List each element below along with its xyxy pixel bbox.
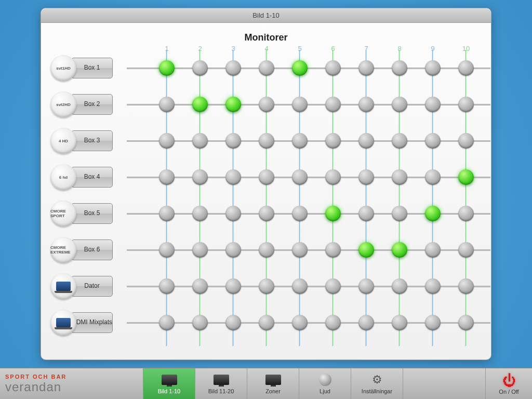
route-node[interactable] (458, 242, 474, 258)
route-node[interactable] (458, 315, 474, 330)
route-node[interactable] (425, 133, 441, 149)
route-node[interactable] (192, 278, 208, 294)
route-node[interactable] (225, 97, 241, 112)
route-node[interactable] (325, 242, 341, 258)
route-node[interactable] (425, 206, 441, 221)
route-node[interactable] (159, 169, 175, 185)
channel-badge: svt2HD (50, 91, 76, 117)
route-node[interactable] (225, 60, 241, 76)
route-node[interactable] (392, 60, 407, 76)
power-icon: ⏻ (502, 373, 516, 389)
source-button[interactable]: Box 4 (71, 167, 113, 188)
route-node[interactable] (358, 60, 374, 76)
route-node[interactable] (159, 315, 175, 330)
source-button[interactable]: Box 2 (71, 94, 113, 115)
route-node[interactable] (192, 206, 208, 221)
route-node[interactable] (259, 133, 274, 149)
route-node[interactable] (225, 169, 241, 185)
source-button[interactable]: HDMI Mixplats (71, 312, 113, 333)
route-node[interactable] (259, 278, 274, 294)
route-node[interactable] (325, 133, 341, 149)
route-node[interactable] (392, 133, 407, 149)
route-node[interactable] (458, 97, 474, 112)
route-node[interactable] (225, 206, 241, 221)
route-node[interactable] (358, 133, 374, 149)
logo-name: verandan (5, 380, 143, 394)
route-node[interactable] (358, 242, 374, 258)
source-button[interactable]: Dator (71, 276, 113, 297)
route-node[interactable] (159, 278, 175, 294)
route-node[interactable] (458, 169, 474, 185)
route-node[interactable] (358, 278, 374, 294)
route-node[interactable] (392, 315, 407, 330)
route-node[interactable] (159, 60, 175, 76)
route-node[interactable] (325, 169, 341, 185)
route-node[interactable] (458, 206, 474, 221)
nav-inst-llningar[interactable]: ⚙Inställningar (351, 368, 403, 399)
route-node[interactable] (292, 97, 308, 112)
route-node[interactable] (292, 169, 308, 185)
route-node[interactable] (159, 206, 175, 221)
route-node[interactable] (259, 315, 274, 330)
route-node[interactable] (325, 206, 341, 221)
nav-bild-1-10[interactable]: Bild 1-10 (143, 368, 195, 399)
route-node[interactable] (192, 169, 208, 185)
nav-bild-11-20[interactable]: Bild 11-20 (195, 368, 247, 399)
route-node[interactable] (358, 206, 374, 221)
route-node[interactable] (192, 242, 208, 258)
route-node[interactable] (159, 97, 175, 112)
route-node[interactable] (159, 242, 175, 258)
route-node[interactable] (192, 315, 208, 330)
route-node[interactable] (325, 97, 341, 112)
route-node[interactable] (392, 278, 407, 294)
route-node[interactable] (259, 60, 274, 76)
route-node[interactable] (225, 278, 241, 294)
route-node[interactable] (458, 60, 474, 76)
route-node[interactable] (458, 278, 474, 294)
route-node[interactable] (392, 242, 407, 258)
route-node[interactable] (292, 133, 308, 149)
route-node[interactable] (192, 60, 208, 76)
source-button[interactable]: Box 5 (71, 203, 113, 224)
power-button[interactable]: ⏻ On / Off (485, 368, 532, 399)
route-node[interactable] (425, 315, 441, 330)
nav-label: Zoner (265, 388, 281, 394)
route-node[interactable] (392, 97, 407, 112)
route-node[interactable] (292, 60, 308, 76)
route-node[interactable] (425, 169, 441, 185)
route-node[interactable] (259, 169, 274, 185)
route-node[interactable] (292, 278, 308, 294)
navbar-spacer (403, 368, 485, 399)
route-node[interactable] (425, 278, 441, 294)
route-node[interactable] (325, 315, 341, 330)
source-button[interactable]: Box 6 (71, 240, 113, 260)
route-node[interactable] (192, 97, 208, 112)
route-node[interactable] (358, 315, 374, 330)
route-node[interactable] (192, 133, 208, 149)
route-node[interactable] (425, 60, 441, 76)
source-button[interactable]: Box 1 (71, 58, 113, 78)
route-node[interactable] (392, 169, 407, 185)
route-node[interactable] (325, 60, 341, 76)
nav-zoner[interactable]: Zoner (247, 368, 299, 399)
source-button[interactable]: Box 3 (71, 130, 113, 151)
route-node[interactable] (358, 169, 374, 185)
route-node[interactable] (292, 315, 308, 330)
route-node[interactable] (425, 242, 441, 258)
route-node[interactable] (259, 206, 274, 221)
route-node[interactable] (259, 97, 274, 112)
route-node[interactable] (325, 278, 341, 294)
route-node[interactable] (225, 242, 241, 258)
route-node[interactable] (259, 242, 274, 258)
route-node[interactable] (292, 242, 308, 258)
route-node[interactable] (159, 133, 175, 149)
route-node[interactable] (458, 133, 474, 149)
route-node[interactable] (292, 206, 308, 221)
route-node[interactable] (225, 133, 241, 149)
route-node[interactable] (392, 206, 407, 221)
venue-logo: SPORT OCH BAR verandan (0, 368, 143, 399)
nav-ljud[interactable]: Ljud (299, 368, 351, 399)
route-node[interactable] (425, 97, 441, 112)
route-node[interactable] (225, 315, 241, 330)
route-node[interactable] (358, 97, 374, 112)
